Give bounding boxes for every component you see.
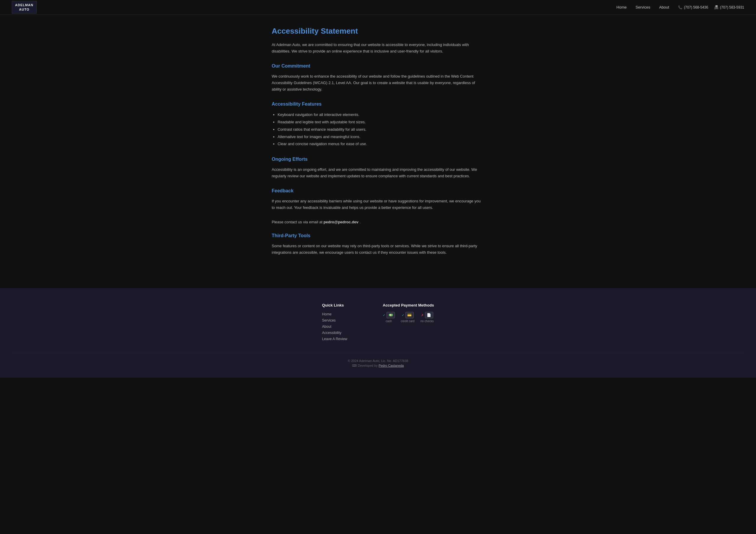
copyright-text: © 2024 Adelman Auto, Lic. No. AD177838 [12,359,744,363]
payment-methods: ✓ 💵 cash ✓ 💳 credit card ✗ [383,312,434,323]
footer-link-item: About [322,324,347,329]
payment-credit: ✓ 💳 credit card [401,312,415,323]
main-content: Accessibility Statement At Adelman Auto,… [266,15,490,288]
footer-bottom: © 2024 Adelman Auto, Lic. No. AD177838 ⌨… [12,353,744,368]
contact-email-address: pedro@pedroc.dev [324,220,359,224]
heading-feedback: Feedback [272,188,484,193]
site-logo[interactable]: ADELMAN AUTO [12,1,37,13]
text-third-party: Some features or content on our website … [272,243,484,256]
feature-item: Readable and legible text with adjustabl… [278,118,484,126]
footer-quick-links: Quick Links Home Services About Accessib… [322,303,347,341]
footer-link-item: Leave A Review [322,337,347,341]
developed-prefix: ⌨ Developed by [352,364,378,367]
footer-link-review[interactable]: Leave A Review [322,337,347,341]
check-credit-icon: ✓ [402,313,404,317]
credit-card-icon: 💳 [405,312,414,318]
intro-text: At Adelman Auto, we are committed to ens… [272,41,484,55]
phone-2: 📠 (707) 583-5931 [714,5,744,10]
heading-third-party: Third-Party Tools [272,233,484,239]
cash-icon: 💵 [387,312,395,318]
developer-link[interactable]: Pedro Castaneda [379,364,404,367]
features-list: Keyboard navigation for all interactive … [272,111,484,147]
check-icon: 📄 [425,312,433,318]
nav-services[interactable]: Services [635,5,650,10]
payment-cash-row: ✓ 💵 [383,312,395,318]
developer-credit: ⌨ Developed by Pedro Castaneda [12,364,744,368]
cash-label: cash [386,319,392,323]
contact-prefix: Please contact us via email at [272,220,324,224]
contact-suffix: . [359,220,361,224]
site-footer: Quick Links Home Services About Accessib… [0,288,756,378]
payment-checks-row: ✗ 📄 [421,312,433,318]
quick-links-title: Quick Links [322,303,347,307]
contact-email-text: Please contact us via email at pedro@ped… [272,220,484,224]
heading-efforts: Ongoing Efforts [272,157,484,162]
payment-cash: ✓ 💵 cash [383,312,395,323]
phone-icon-2: 📠 [714,5,718,10]
footer-link-services[interactable]: Services [322,318,336,322]
checks-label: no checks [420,319,434,323]
phone-1: 📞 (707) 568-5436 [678,5,708,10]
footer-link-accessibility[interactable]: Accessibility [322,331,341,335]
heading-commitment: Our Commitment [272,64,484,69]
site-header: ADELMAN AUTO Home Services About 📞 (707)… [0,0,756,15]
footer-link-item: Home [322,312,347,316]
footer-links-list: Home Services About Accessibility Leave … [322,312,347,341]
heading-features: Accessibility Features [272,101,484,107]
phone-icon-1: 📞 [678,5,683,10]
phone-number-1: (707) 568-5436 [684,5,708,10]
feature-item: Contrast ratios that enhance readability… [278,126,484,133]
text-efforts: Accessibility is an ongoing effort, and … [272,166,484,179]
text-feedback: If you encounter any accessibility barri… [272,198,484,211]
main-nav: Home Services About 📞 (707) 568-5436 📠 (… [616,5,744,10]
footer-inner: Quick Links Home Services About Accessib… [245,303,511,341]
nav-about[interactable]: About [659,5,669,10]
footer-payment: Accepted Payment Methods ✓ 💵 cash ✓ 💳 [383,303,434,341]
credit-label: credit card [401,319,415,323]
footer-link-about[interactable]: About [322,324,331,329]
payment-checks: ✗ 📄 no checks [420,312,434,323]
check-cash-icon: ✓ [383,313,385,317]
footer-link-home[interactable]: Home [322,312,332,316]
nav-phones: 📞 (707) 568-5436 📠 (707) 583-5931 [678,5,744,10]
feature-item: Keyboard navigation for all interactive … [278,111,484,118]
text-commitment: We continuously work to enhance the acce… [272,73,484,93]
footer-link-item: Accessibility [322,330,347,335]
check-nochecks-icon: ✗ [421,313,424,317]
nav-home[interactable]: Home [616,5,627,10]
payment-title: Accepted Payment Methods [383,303,434,307]
feature-item: Alternative text for images and meaningf… [278,133,484,141]
payment-credit-row: ✓ 💳 [402,312,414,318]
page-title: Accessibility Statement [272,27,484,36]
phone-number-2: (707) 583-5931 [720,5,744,10]
feature-item: Clear and concise navigation menus for e… [278,140,484,148]
footer-link-item: Services [322,318,347,322]
